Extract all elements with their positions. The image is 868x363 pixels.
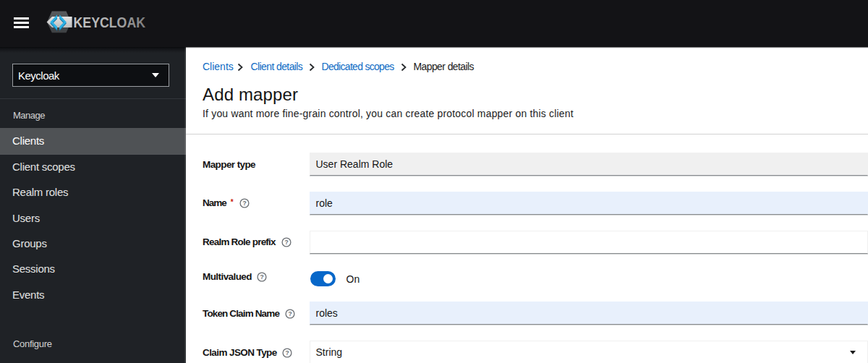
svg-text:?: ?	[260, 273, 264, 281]
svg-text:?: ?	[285, 349, 289, 356]
svg-text:?: ?	[242, 200, 246, 207]
svg-text:KEYCLOAK: KEYCLOAK	[74, 14, 146, 30]
svg-text:?: ?	[288, 310, 292, 317]
svg-text:?: ?	[284, 239, 288, 246]
